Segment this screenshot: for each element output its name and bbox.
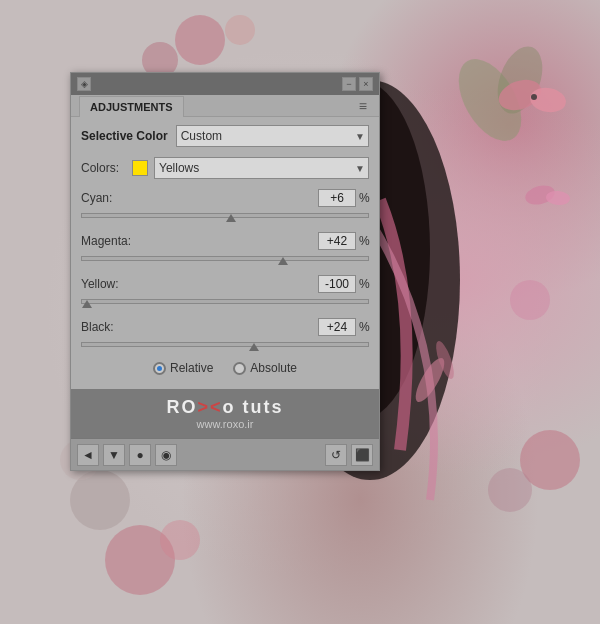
preset-row: Selective Color Custom Default ▼ bbox=[81, 125, 369, 147]
relative-radio-label: Relative bbox=[170, 361, 213, 375]
magenta-slider-section: Magenta: +42 % bbox=[81, 232, 369, 265]
absolute-radio[interactable]: Absolute bbox=[233, 361, 297, 375]
svg-point-6 bbox=[160, 520, 200, 560]
yellow-label: Yellow: bbox=[81, 277, 146, 291]
preset-label: Selective Color bbox=[81, 129, 168, 143]
panel-body: Selective Color Custom Default ▼ Colors:… bbox=[71, 117, 379, 389]
toolbar-btn-reset[interactable]: ↺ bbox=[325, 444, 347, 466]
cyan-value[interactable]: +6 bbox=[318, 189, 356, 207]
toolbar-btn-visibility[interactable]: ● bbox=[129, 444, 151, 466]
svg-point-17 bbox=[531, 94, 537, 100]
magenta-slider-header: Magenta: +42 % bbox=[81, 232, 369, 250]
black-slider-header: Black: +24 % bbox=[81, 318, 369, 336]
magenta-pct: % bbox=[359, 234, 369, 248]
watermark-url: www.roxo.ir bbox=[81, 418, 369, 430]
watermark-logo: RO><o tuts bbox=[81, 397, 369, 418]
black-pct: % bbox=[359, 320, 369, 334]
method-radio-row: Relative Absolute bbox=[81, 361, 369, 375]
toolbar-btn-list[interactable]: ▼ bbox=[103, 444, 125, 466]
tabs-row: ADJUSTMENTS ≡ bbox=[71, 95, 379, 117]
relative-radio[interactable]: Relative bbox=[153, 361, 213, 375]
absolute-radio-circle[interactable] bbox=[233, 362, 246, 375]
tab-adjustments[interactable]: ADJUSTMENTS bbox=[79, 96, 184, 117]
svg-point-9 bbox=[225, 15, 255, 45]
yellow-slider-header: Yellow: -100 % bbox=[81, 275, 369, 293]
toolbar-btn-preview[interactable]: ◉ bbox=[155, 444, 177, 466]
colors-dropdown[interactable]: Yellows Reds Greens Cyans Blues Magentas… bbox=[154, 157, 369, 179]
yellow-pct: % bbox=[359, 277, 369, 291]
cyan-slider-thumb[interactable] bbox=[226, 214, 236, 222]
cyan-slider-track[interactable] bbox=[81, 208, 369, 222]
black-slider-track[interactable] bbox=[81, 337, 369, 351]
black-slider-thumb[interactable] bbox=[249, 343, 259, 351]
colors-label: Colors: bbox=[81, 161, 126, 175]
title-bar-left: ◈ bbox=[77, 77, 91, 91]
colors-row: Colors: Yellows Reds Greens Cyans Blues … bbox=[81, 157, 369, 179]
preset-dropdown[interactable]: Custom Default bbox=[176, 125, 369, 147]
toolbar-btn-back[interactable]: ◄ bbox=[77, 444, 99, 466]
title-bar-icon: ◈ bbox=[77, 77, 91, 91]
absolute-radio-label: Absolute bbox=[250, 361, 297, 375]
cyan-slider-section: Cyan: +6 % bbox=[81, 189, 369, 222]
yellow-slider-section: Yellow: -100 % bbox=[81, 275, 369, 308]
yellow-slider-track[interactable] bbox=[81, 294, 369, 308]
svg-point-7 bbox=[175, 15, 225, 65]
panel-menu-button[interactable]: ≡ bbox=[355, 96, 371, 116]
color-swatch bbox=[132, 160, 148, 176]
black-value[interactable]: +24 bbox=[318, 318, 356, 336]
colors-dropdown-wrap: Yellows Reds Greens Cyans Blues Magentas… bbox=[154, 157, 369, 179]
cyan-label: Cyan: bbox=[81, 191, 146, 205]
watermark-area: RO><o tuts www.roxo.ir bbox=[71, 389, 379, 438]
magenta-value[interactable]: +42 bbox=[318, 232, 356, 250]
black-slider-section: Black: +24 % bbox=[81, 318, 369, 351]
magenta-slider-track[interactable] bbox=[81, 251, 369, 265]
magenta-label: Magenta: bbox=[81, 234, 146, 248]
title-bar: ◈ − × bbox=[71, 73, 379, 95]
relative-radio-circle[interactable] bbox=[153, 362, 166, 375]
toolbar-btn-trash[interactable]: ⬛ bbox=[351, 444, 373, 466]
cyan-pct: % bbox=[359, 191, 369, 205]
watermark-arrow: >< bbox=[197, 397, 222, 417]
cyan-slider-header: Cyan: +6 % bbox=[81, 189, 369, 207]
minimize-button[interactable]: − bbox=[342, 77, 356, 91]
yellow-slider-thumb[interactable] bbox=[82, 300, 92, 308]
close-button[interactable]: × bbox=[359, 77, 373, 91]
magenta-slider-thumb[interactable] bbox=[278, 257, 288, 265]
adjustments-panel: ◈ − × ADJUSTMENTS ≡ Selective Color Cust… bbox=[70, 72, 380, 471]
yellow-value[interactable]: -100 bbox=[318, 275, 356, 293]
preset-dropdown-wrap: Custom Default ▼ bbox=[176, 125, 369, 147]
svg-point-12 bbox=[488, 468, 532, 512]
black-label: Black: bbox=[81, 320, 146, 334]
svg-point-10 bbox=[510, 280, 550, 320]
title-bar-controls: − × bbox=[342, 77, 373, 91]
bottom-toolbar: ◄ ▼ ● ◉ ↺ ⬛ bbox=[71, 438, 379, 470]
